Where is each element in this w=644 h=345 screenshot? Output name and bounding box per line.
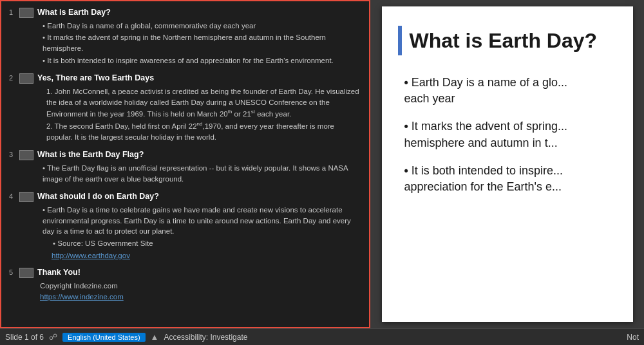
slide-body-2: Yes, There are Two Earth Days 1. John Mc…: [37, 72, 361, 144]
slide-section-5[interactable]: 5 Thank You! Copyright Indezine.com http…: [9, 266, 361, 303]
slide-preview-area: What is Earth Day? Earth Day is a name o…: [370, 0, 644, 328]
slide-link-4-1[interactable]: http://www.earthday.gov: [37, 250, 361, 261]
slide-number-5: 5: [9, 266, 19, 303]
slide-canvas-bullet-3: It is both intended to inspire...appreci…: [398, 163, 617, 195]
outline-panel[interactable]: 1 What is Earth Day? Earth Day is a name…: [0, 0, 370, 328]
slide-title-1: What is Earth Day?: [37, 6, 361, 19]
status-slide-info: Slide 1 of 6: [5, 333, 44, 342]
slide-number-2: 2: [9, 72, 19, 144]
slide-title-4: What should I do on Earth Day?: [37, 191, 361, 203]
slide-body-3: What is the Earth Day Flag? The Earth Da…: [37, 149, 361, 185]
slide-section-4[interactable]: 4 What should I do on Earth Day? Earth D…: [9, 191, 361, 261]
slide-bullet-3-1: The Earth Day flag is an unofficial repr…: [37, 163, 361, 184]
slide-number-1: 1: [9, 6, 19, 67]
slide-section-3[interactable]: 3 What is the Earth Day Flag? The Earth …: [9, 149, 361, 185]
slide-numbered-2-2: 2. The second Earth Day, held first on A…: [37, 120, 361, 142]
slide-body-1: What is Earth Day? Earth Day is a name o…: [37, 6, 361, 67]
title-accent-bar: [398, 26, 402, 55]
slide-title-5: Thank You!: [37, 266, 361, 279]
status-right: Not: [627, 333, 639, 342]
outline-content: 1 What is Earth Day? Earth Day is a name…: [1, 1, 369, 313]
slide-numbered-2-1: 1. John McConnell, a peace activist is c…: [37, 86, 361, 119]
slide-canvas-title-text: What is Earth Day?: [410, 29, 598, 53]
slide-section-1[interactable]: 1 What is Earth Day? Earth Day is a name…: [9, 6, 361, 67]
status-accessibility-text[interactable]: Accessibility: Investigate: [164, 333, 247, 342]
slide-bullet-1-1: Earth Day is a name of a global, commemo…: [37, 21, 361, 32]
slide-body-5: Thank You! Copyright Indezine.com https:…: [37, 266, 361, 303]
slide-canvas-bullet-2: It marks the advent of spring...hemisphe…: [398, 118, 617, 151]
slide-canvas-title: What is Earth Day?: [398, 26, 617, 55]
status-accessibility-icon: ▲: [151, 332, 159, 342]
slide-canvas-bullet-1: Earth Day is a name of a glo...each year: [398, 75, 617, 107]
slide-sub-bullet-4-1: Source: US Government Site: [37, 238, 361, 249]
status-language[interactable]: English (United States): [62, 333, 146, 342]
status-icon-notes: ☍: [49, 332, 57, 342]
slide-number-4: 4: [9, 191, 19, 261]
main-area: 1 What is Earth Day? Earth Day is a name…: [0, 0, 644, 328]
slide-link-5-1[interactable]: https://www.indezine.com: [37, 292, 361, 303]
slide-title-3: What is the Earth Day Flag?: [37, 149, 361, 161]
slide-extra-5-1: Copyright Indezine.com: [37, 281, 361, 292]
slide-number-3: 3: [9, 149, 19, 185]
slide-bullet-4-1: Earth Day is a time to celebrate gains w…: [37, 205, 361, 237]
slide-thumbnail-icon-2: [19, 73, 33, 84]
slide-thumbnail-icon-3: [19, 150, 33, 160]
slide-canvas: What is Earth Day? Earth Day is a name o…: [382, 6, 633, 322]
slide-thumbnail-icon-4: [19, 192, 33, 202]
status-bar-left: Slide 1 of 6 ☍ English (United States) ▲…: [5, 332, 247, 342]
status-bar: Slide 1 of 6 ☍ English (United States) ▲…: [0, 328, 644, 345]
slide-bullet-1-2: It marks the advent of spring in the Nor…: [37, 32, 361, 53]
slide-body-4: What should I do on Earth Day? Earth Day…: [37, 191, 361, 261]
slide-thumbnail-icon-5: [19, 268, 33, 278]
slide-thumbnail-icon-1: [19, 8, 33, 18]
slide-title-2: Yes, There are Two Earth Days: [37, 72, 361, 84]
slide-bullet-1-3: It is both intended to inspire awareness…: [37, 55, 361, 66]
slide-section-2[interactable]: 2 Yes, There are Two Earth Days 1. John …: [9, 72, 361, 144]
